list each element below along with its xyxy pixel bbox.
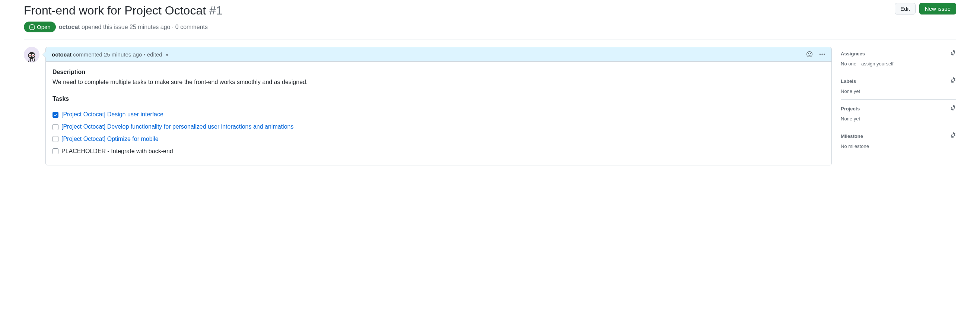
task-checkbox[interactable] [52, 136, 59, 142]
svg-point-11 [824, 54, 825, 55]
task-checkbox[interactable] [52, 124, 59, 130]
gear-icon[interactable] [950, 50, 956, 57]
comment-header: octocat commented 25 minutes ago • edite… [46, 47, 831, 62]
gear-icon[interactable] [950, 78, 956, 85]
issue-meta-row: Open octocat opened this issue 25 minute… [24, 22, 895, 32]
timeline-column: octocat commented 25 minutes ago • edite… [24, 47, 832, 165]
sidebar-projects: Projects None yet [841, 100, 956, 127]
content-layout: octocat commented 25 minutes ago • edite… [24, 47, 956, 165]
state-badge: Open [24, 22, 56, 32]
task-list: [Project Octocat] Design user interface[… [52, 109, 825, 157]
labels-value: None yet [841, 89, 956, 94]
task-item: [Project Octocat] Develop functionality … [52, 121, 825, 133]
gear-icon[interactable] [950, 132, 956, 140]
edited-dropdown[interactable]: edited ▼ [147, 51, 169, 58]
assignees-value: No one—assign yourself [841, 61, 956, 66]
header-divider [24, 39, 956, 40]
assignees-prefix: No one— [841, 61, 861, 66]
state-badge-text: Open [37, 24, 51, 30]
separator-dot: • [143, 51, 145, 58]
assignees-title: Assignees [841, 51, 865, 57]
sidebar-labels: Labels None yet [841, 72, 956, 100]
svg-point-7 [808, 54, 809, 54]
svg-point-10 [821, 54, 822, 55]
comment-body: Description We need to complete multiple… [46, 62, 831, 165]
projects-value: None yet [841, 116, 956, 122]
emoji-reaction-button[interactable] [806, 51, 813, 58]
svg-point-5 [33, 55, 34, 56]
comment-author[interactable]: octocat [52, 51, 72, 58]
issue-open-icon [29, 24, 35, 30]
meta-authored: octocat opened this issue 25 minutes ago… [59, 24, 208, 30]
task-item: [Project Octocat] Design user interface [52, 109, 825, 121]
author-link[interactable]: octocat [59, 24, 80, 30]
commented-text: commented 25 minutes ago [73, 51, 142, 58]
gear-icon[interactable] [950, 105, 956, 112]
task-link[interactable]: [Project Octocat] Design user interface [61, 110, 164, 119]
edited-text: edited [147, 51, 162, 58]
svg-point-4 [29, 55, 30, 56]
issue-title: Front-end work for Project Octocat #1 [24, 3, 895, 18]
title-block: Front-end work for Project Octocat #1 Op… [24, 3, 895, 32]
tasks-heading: Tasks [52, 95, 825, 104]
task-text: PLACEHOLDER - Integrate with back-end [61, 147, 173, 156]
sidebar-assignees: Assignees No one—assign yourself [841, 47, 956, 72]
projects-title: Projects [841, 106, 860, 112]
description-text: We need to complete multiple tasks to ma… [52, 78, 825, 87]
task-link[interactable]: [Project Octocat] Optimize for mobile [61, 134, 159, 144]
issue-title-text: Front-end work for Project Octocat [24, 4, 206, 17]
comment-header-left: octocat commented 25 minutes ago • edite… [52, 51, 169, 58]
header-actions: Edit New issue [895, 3, 956, 14]
sidebar: Assignees No one—assign yourself Labels … [841, 47, 956, 165]
sidebar-milestone: Milestone No milestone [841, 127, 956, 154]
assign-yourself-link[interactable]: assign yourself [861, 61, 894, 66]
milestone-value: No milestone [841, 144, 956, 149]
issue-header: Front-end work for Project Octocat #1 Op… [24, 0, 956, 32]
opened-text: opened this issue 25 minutes ago · 0 com… [81, 24, 208, 30]
milestone-title: Milestone [841, 133, 863, 139]
task-checkbox[interactable] [52, 148, 59, 154]
svg-point-9 [819, 54, 821, 55]
kebab-menu-button[interactable] [819, 51, 826, 58]
new-issue-button[interactable]: New issue [919, 3, 956, 14]
task-link[interactable]: [Project Octocat] Develop functionality … [61, 122, 293, 131]
comment-box: octocat commented 25 minutes ago • edite… [45, 47, 832, 165]
issue-number: #1 [209, 4, 223, 17]
task-item: [Project Octocat] Optimize for mobile [52, 133, 825, 146]
comment-header-right [806, 51, 826, 58]
description-heading: Description [52, 68, 825, 77]
svg-point-8 [810, 54, 811, 54]
labels-title: Labels [841, 78, 856, 84]
svg-point-6 [807, 52, 813, 57]
task-checkbox[interactable] [52, 112, 59, 118]
caret-down-icon: ▼ [165, 53, 169, 57]
task-item: PLACEHOLDER - Integrate with back-end [52, 146, 825, 158]
edit-button[interactable]: Edit [895, 3, 916, 14]
avatar[interactable] [24, 47, 40, 62]
